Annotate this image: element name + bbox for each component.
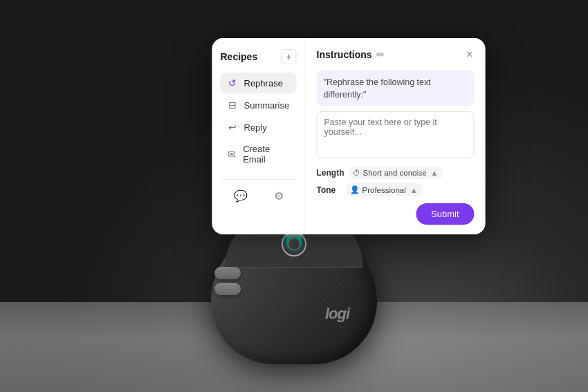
length-icon: ⏱ (353, 169, 360, 177)
recipe-item-summarise[interactable]: ⊟ Summarise (221, 95, 297, 115)
rephrase-icon: ↺ (226, 77, 239, 88)
length-value: Short and concise (363, 169, 427, 177)
recipe-label-reply: Reply (244, 122, 267, 133)
summarise-icon: ⊟ (226, 100, 239, 111)
length-row: Length ⏱ Short and concise ▲ (317, 167, 475, 179)
settings-icon[interactable]: ⚙ (271, 187, 286, 205)
chat-icon[interactable]: 💬 (231, 187, 250, 205)
recipe-label-create-email: Create Email (243, 144, 291, 165)
recipe-label-summarise: Summarise (244, 100, 290, 111)
length-dropdown[interactable]: ⏱ Short and concise ▲ (349, 167, 444, 179)
length-chevron-icon: ▲ (431, 169, 439, 177)
side-button-1 (214, 267, 241, 279)
tone-row: Tone 👤 Professional ▲ (317, 183, 475, 196)
submit-button[interactable]: Submit (416, 203, 474, 225)
instruction-prompt: "Rephrase the following text differently… (317, 70, 475, 106)
instruction-textarea[interactable] (317, 111, 475, 158)
recipes-title: Recipes (221, 51, 258, 62)
email-icon: ✉ (226, 149, 238, 160)
tone-label: Tone (317, 185, 342, 195)
tone-chevron-icon: ▲ (410, 186, 418, 194)
instructions-panel: Instructions ✏ × "Rephrase the following… (306, 38, 486, 234)
tone-icon: 👤 (350, 185, 360, 194)
instructions-title-row: Instructions ✏ (317, 49, 385, 60)
connector-dot (288, 238, 300, 250)
recipe-item-create-email[interactable]: ✉ Create Email (221, 139, 297, 169)
recipe-item-reply[interactable]: ↩ Reply (221, 117, 297, 138)
mouse-side-buttons (214, 267, 241, 295)
recipes-footer: 💬 ⚙ (221, 179, 297, 205)
reply-icon: ↩ (226, 122, 239, 133)
ai-popup: Recipes + ↺ Rephrase ⊟ Summarise ↩ Reply… (212, 38, 486, 234)
instructions-header: Instructions ✏ × (317, 48, 475, 62)
recipes-header: Recipes + (221, 49, 297, 64)
side-button-2 (214, 283, 241, 295)
recipes-panel: Recipes + ↺ Rephrase ⊟ Summarise ↩ Reply… (212, 38, 306, 234)
length-label: Length (317, 168, 344, 178)
edit-icon[interactable]: ✏ (376, 49, 385, 60)
mouse-logo: logi (325, 305, 349, 323)
prompt-text: "Rephrase the following text differently… (324, 77, 431, 100)
recipe-item-rephrase[interactable]: ↺ Rephrase (221, 73, 297, 93)
tone-dropdown[interactable]: 👤 Professional ▲ (346, 183, 423, 196)
add-recipe-button[interactable]: + (282, 49, 297, 64)
close-button[interactable]: × (465, 48, 474, 62)
recipe-label-rephrase: Rephrase (244, 78, 283, 88)
tone-value: Professional (362, 186, 406, 194)
instructions-title: Instructions (317, 49, 372, 60)
submit-row: Submit (317, 203, 475, 225)
